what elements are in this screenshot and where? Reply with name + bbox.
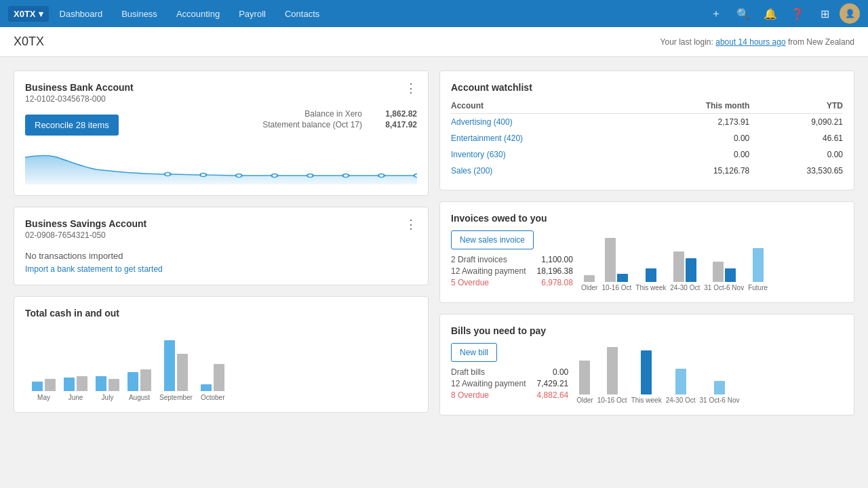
brand-button[interactable]: X0TX ▾ <box>8 6 49 22</box>
watchlist-this-month: 2,173.91 <box>637 114 750 131</box>
watchlist-ytd: 0.00 <box>749 146 843 163</box>
bill-label-older: Older <box>576 396 593 404</box>
inv-bar-future-blue <box>753 248 764 282</box>
inv-bar-older-gray <box>584 275 595 282</box>
bill-label-2430: 24-30 Oct <box>666 396 696 404</box>
bank-chart: Sep 26 Oct 3 Oct 10 Oct 17 <box>25 144 417 184</box>
cash-bar-oct-gray <box>214 364 224 391</box>
inv-bar-thisweek-blue <box>646 268 656 282</box>
total-cash-title: Total cash in and out <box>25 308 417 319</box>
watchlist-col-ytd: YTD <box>749 98 843 114</box>
savings-account-card: Business Savings Account 02-0908-7654321… <box>14 207 429 285</box>
nav-business[interactable]: Business <box>113 0 165 27</box>
awaiting-invoices-value: 18,196.38 <box>537 266 573 276</box>
invoices-chart: Older 10-16 Oct <box>581 230 843 291</box>
grid-icon[interactable]: ⊞ <box>812 1 837 26</box>
new-bill-button[interactable]: New bill <box>451 343 497 362</box>
overdue-invoices-label: 5 Overdue <box>451 278 489 287</box>
savings-account-menu[interactable]: ⋮ <box>405 218 417 230</box>
draft-bills-label: Draft bills <box>451 367 485 377</box>
cash-bar-june-gray <box>77 376 87 391</box>
notifications-icon[interactable]: 🔔 <box>758 1 783 26</box>
cash-bar-may-gray <box>45 379 56 391</box>
savings-account-title: Business Savings Account <box>25 218 146 229</box>
last-login: Your last login: about 14 hours ago from… <box>660 37 854 47</box>
nav-contacts[interactable]: Contacts <box>277 0 328 27</box>
bank-account-title: Business Bank Account <box>25 82 134 93</box>
add-icon[interactable]: ＋ <box>704 1 728 26</box>
balance-xero-label: Balance in Xero <box>304 109 362 119</box>
inv-bar-31oct-gray <box>713 262 724 282</box>
search-icon[interactable]: 🔍 <box>731 1 755 26</box>
help-icon[interactable]: ❓ <box>785 1 810 26</box>
svg-point-7 <box>414 174 417 178</box>
watchlist-this-month: 15,126.78 <box>637 163 750 179</box>
org-title: X0TX <box>14 35 44 49</box>
bills-card: Bills you need to pay New bill Draft bil… <box>439 314 854 415</box>
bill-bar-1016-gray <box>607 347 618 394</box>
watchlist-account: Sales (200) <box>451 163 637 179</box>
new-invoice-button[interactable]: New sales invoice <box>451 230 534 249</box>
svg-point-4 <box>307 174 313 178</box>
bank-account-number: 12-0102-0345678-000 <box>25 94 134 104</box>
watchlist-this-month: 0.00 <box>637 146 750 163</box>
cash-label-sep: September <box>159 394 193 401</box>
svg-point-0 <box>165 173 171 176</box>
awaiting-bills-label: 12 Awaiting payment <box>451 379 526 388</box>
overdue-invoices-value: 6,978.08 <box>541 278 573 287</box>
cash-bar-sep-gray <box>177 354 188 391</box>
login-suffix: from New Zealand <box>786 37 854 47</box>
inv-label-thisweek: This week <box>635 284 666 291</box>
watchlist-account: Inventory (630) <box>451 146 637 163</box>
bill-bar-thisweek-blue <box>641 350 652 394</box>
watchlist-ytd: 9,090.21 <box>749 114 843 131</box>
svg-point-1 <box>200 174 206 177</box>
nav-dashboard[interactable]: Dashboard <box>52 0 111 27</box>
bill-bar-2430-blue <box>675 369 686 394</box>
statement-balance-label: Statement balance (Oct 17) <box>262 120 362 129</box>
cash-bar-july-gray <box>108 379 119 391</box>
user-avatar[interactable]: 👤 <box>840 3 860 24</box>
import-statement-link[interactable]: Import a bank statement to get started <box>25 264 163 274</box>
watchlist-table: Account This month YTD Advertising (400)… <box>451 98 843 179</box>
invoices-title: Invoices owed to you <box>451 213 843 224</box>
svg-point-5 <box>343 174 349 178</box>
inv-bar-1016-blue <box>617 274 628 282</box>
watchlist-row: Sales (200) 15,126.78 33,530.65 <box>451 163 843 179</box>
watchlist-ytd: 46.61 <box>749 130 843 146</box>
main-content: Business Bank Account 12-0102-0345678-00… <box>0 57 868 429</box>
nav-payroll[interactable]: Payroll <box>231 0 274 27</box>
bill-bar-older-gray <box>579 361 590 394</box>
navbar: X0TX ▾ Dashboard Business Accounting Pay… <box>0 0 868 27</box>
inv-bar-2430-gray <box>673 251 684 282</box>
draft-bills-value: 0.00 <box>553 367 568 377</box>
invoices-card: Invoices owed to you New sales invoice 2… <box>439 201 854 303</box>
login-time[interactable]: about 14 hours ago <box>715 37 785 47</box>
bills-title: Bills you need to pay <box>451 325 843 336</box>
brand-label: X0TX <box>14 9 36 19</box>
inv-label-future: Future <box>748 284 768 291</box>
bank-account-menu[interactable]: ⋮ <box>405 82 417 94</box>
cash-label-july: July <box>102 394 114 401</box>
watchlist-account: Entertainment (420) <box>451 130 637 146</box>
draft-invoices-value: 1,100.00 <box>541 255 573 264</box>
inv-bar-31oct-blue <box>725 268 736 282</box>
draft-invoices-label: 2 Draft invoices <box>451 255 507 264</box>
cash-bar-sep-blue <box>164 340 175 391</box>
bill-bar-31oct-blue <box>714 381 725 394</box>
bill-label-1016: 10-16 Oct <box>597 396 627 404</box>
inv-label-older: Older <box>581 284 597 291</box>
watchlist-col-this-month: This month <box>637 98 750 114</box>
nav-accounting[interactable]: Accounting <box>168 0 228 27</box>
statement-balance-value: 8,417.92 <box>373 120 417 129</box>
bank-chart-svg <box>25 144 417 184</box>
bill-label-thisweek: This week <box>631 396 662 404</box>
cash-label-aug: August <box>129 394 150 401</box>
reconcile-button[interactable]: Reconcile 28 items <box>25 115 119 136</box>
total-cash-card: Total cash in and out May June <box>14 296 429 413</box>
svg-point-6 <box>378 174 384 178</box>
inv-label-2430: 24-30 Oct <box>670 284 700 291</box>
inv-label-1016: 10-16 Oct <box>601 284 631 291</box>
cash-label-oct: October <box>201 394 225 401</box>
left-column: Business Bank Account 12-0102-0345678-00… <box>14 70 429 415</box>
